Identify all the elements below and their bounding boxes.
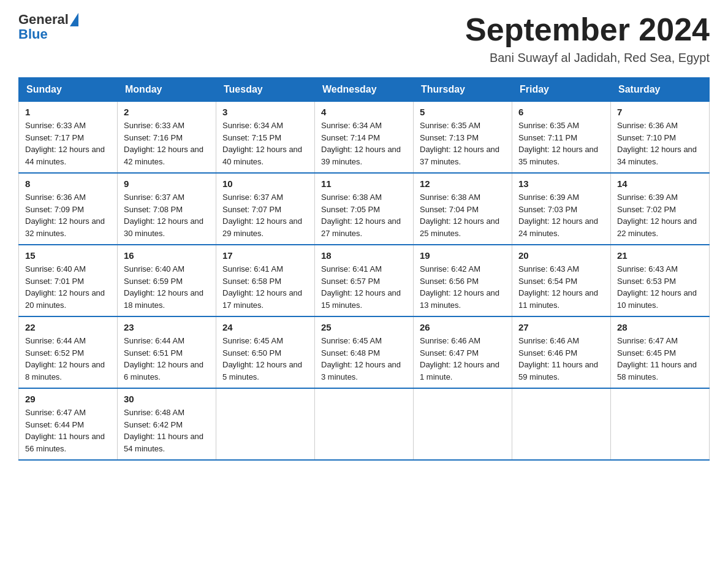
calendar-cell: 3 Sunrise: 6:34 AMSunset: 7:15 PMDayligh…: [216, 102, 315, 174]
calendar-cell: 24 Sunrise: 6:45 AMSunset: 6:50 PMDaylig…: [216, 316, 315, 388]
day-info: Sunrise: 6:35 AMSunset: 7:11 PMDaylight:…: [518, 120, 604, 167]
day-info: Sunrise: 6:47 AMSunset: 6:44 PMDaylight:…: [25, 407, 111, 454]
day-number: 29: [25, 394, 111, 404]
day-number: 18: [321, 250, 407, 261]
day-number: 10: [222, 178, 308, 189]
day-number: 9: [124, 178, 210, 189]
calendar-cell: 4 Sunrise: 6:34 AMSunset: 7:14 PMDayligh…: [315, 102, 414, 174]
calendar-cell: 15 Sunrise: 6:40 AMSunset: 7:01 PMDaylig…: [19, 245, 118, 316]
day-number: 23: [124, 322, 210, 332]
day-number: 13: [518, 178, 604, 189]
day-info: Sunrise: 6:40 AMSunset: 6:59 PMDaylight:…: [124, 263, 210, 311]
day-info: Sunrise: 6:44 AMSunset: 6:52 PMDaylight:…: [25, 335, 111, 383]
calendar-cell: 25 Sunrise: 6:45 AMSunset: 6:48 PMDaylig…: [315, 316, 414, 388]
calendar-cell: 27 Sunrise: 6:46 AMSunset: 6:46 PMDaylig…: [512, 316, 611, 388]
day-info: Sunrise: 6:38 AMSunset: 7:04 PMDaylight:…: [420, 191, 506, 239]
day-number: 15: [25, 250, 111, 261]
day-number: 24: [222, 322, 308, 332]
logo-text-blue: Blue: [18, 26, 48, 42]
day-number: 6: [518, 107, 604, 117]
day-number: 27: [518, 322, 604, 332]
day-info: Sunrise: 6:41 AMSunset: 6:57 PMDaylight:…: [321, 263, 407, 311]
day-info: Sunrise: 6:44 AMSunset: 6:51 PMDaylight:…: [124, 335, 210, 383]
calendar-cell: 19 Sunrise: 6:42 AMSunset: 6:56 PMDaylig…: [414, 245, 512, 316]
calendar-cell: 18 Sunrise: 6:41 AMSunset: 6:57 PMDaylig…: [315, 245, 414, 316]
header-saturday: Saturday: [611, 78, 710, 102]
day-number: 20: [518, 250, 604, 261]
logo-triangle-icon: [70, 13, 78, 26]
day-number: 2: [124, 107, 210, 117]
day-info: Sunrise: 6:39 AMSunset: 7:02 PMDaylight:…: [617, 191, 703, 239]
day-number: 1: [25, 107, 111, 117]
calendar-cell: 22 Sunrise: 6:44 AMSunset: 6:52 PMDaylig…: [19, 316, 118, 388]
header-thursday: Thursday: [414, 78, 512, 102]
day-info: Sunrise: 6:43 AMSunset: 6:54 PMDaylight:…: [518, 263, 604, 311]
day-info: Sunrise: 6:37 AMSunset: 7:07 PMDaylight:…: [222, 191, 308, 239]
week-row-1: 1 Sunrise: 6:33 AMSunset: 7:17 PMDayligh…: [19, 102, 710, 174]
day-number: 22: [25, 322, 111, 332]
day-info: Sunrise: 6:37 AMSunset: 7:08 PMDaylight:…: [124, 191, 210, 239]
header-monday: Monday: [118, 78, 216, 102]
calendar-cell: 26 Sunrise: 6:46 AMSunset: 6:47 PMDaylig…: [414, 316, 512, 388]
day-number: 11: [321, 178, 407, 189]
calendar-cell: 28 Sunrise: 6:47 AMSunset: 6:45 PMDaylig…: [611, 316, 710, 388]
day-info: Sunrise: 6:45 AMSunset: 6:48 PMDaylight:…: [321, 335, 407, 383]
header-wednesday: Wednesday: [315, 78, 414, 102]
day-info: Sunrise: 6:36 AMSunset: 7:10 PMDaylight:…: [617, 120, 703, 167]
day-number: 8: [25, 178, 111, 189]
week-row-2: 8 Sunrise: 6:36 AMSunset: 7:09 PMDayligh…: [19, 173, 710, 245]
day-number: 17: [222, 250, 308, 261]
day-info: Sunrise: 6:35 AMSunset: 7:13 PMDaylight:…: [420, 120, 506, 167]
page-header: General Blue September 2024 Bani Suwayf …: [18, 12, 710, 65]
day-number: 28: [617, 322, 703, 332]
calendar-cell: [414, 388, 512, 460]
day-info: Sunrise: 6:46 AMSunset: 6:47 PMDaylight:…: [420, 335, 506, 383]
calendar-cell: 21 Sunrise: 6:43 AMSunset: 6:53 PMDaylig…: [611, 245, 710, 316]
calendar-cell: 10 Sunrise: 6:37 AMSunset: 7:07 PMDaylig…: [216, 173, 315, 245]
day-info: Sunrise: 6:39 AMSunset: 7:03 PMDaylight:…: [518, 191, 604, 239]
logo: General Blue: [18, 12, 78, 42]
calendar-cell: 23 Sunrise: 6:44 AMSunset: 6:51 PMDaylig…: [118, 316, 216, 388]
day-info: Sunrise: 6:46 AMSunset: 6:46 PMDaylight:…: [518, 335, 604, 383]
calendar-cell: [315, 388, 414, 460]
calendar-cell: 13 Sunrise: 6:39 AMSunset: 7:03 PMDaylig…: [512, 173, 611, 245]
calendar-cell: 2 Sunrise: 6:33 AMSunset: 7:16 PMDayligh…: [118, 102, 216, 174]
week-row-3: 15 Sunrise: 6:40 AMSunset: 7:01 PMDaylig…: [19, 245, 710, 316]
day-info: Sunrise: 6:45 AMSunset: 6:50 PMDaylight:…: [222, 335, 308, 383]
day-number: 4: [321, 107, 407, 117]
calendar-cell: 6 Sunrise: 6:35 AMSunset: 7:11 PMDayligh…: [512, 102, 611, 174]
calendar-cell: 5 Sunrise: 6:35 AMSunset: 7:13 PMDayligh…: [414, 102, 512, 174]
header-friday: Friday: [512, 78, 611, 102]
day-info: Sunrise: 6:43 AMSunset: 6:53 PMDaylight:…: [617, 263, 703, 311]
day-info: Sunrise: 6:47 AMSunset: 6:45 PMDaylight:…: [617, 335, 703, 383]
day-number: 14: [617, 178, 703, 189]
calendar-title: September 2024: [465, 12, 710, 47]
calendar-cell: 11 Sunrise: 6:38 AMSunset: 7:05 PMDaylig…: [315, 173, 414, 245]
day-number: 21: [617, 250, 703, 261]
header-sunday: Sunday: [19, 78, 118, 102]
week-row-5: 29 Sunrise: 6:47 AMSunset: 6:44 PMDaylig…: [19, 388, 710, 460]
day-number: 12: [420, 178, 506, 189]
calendar-cell: 9 Sunrise: 6:37 AMSunset: 7:08 PMDayligh…: [118, 173, 216, 245]
day-number: 7: [617, 107, 703, 117]
day-number: 19: [420, 250, 506, 261]
day-number: 3: [222, 107, 308, 117]
calendar-cell: 30 Sunrise: 6:48 AMSunset: 6:42 PMDaylig…: [118, 388, 216, 460]
day-info: Sunrise: 6:33 AMSunset: 7:17 PMDaylight:…: [25, 120, 111, 167]
day-number: 26: [420, 322, 506, 332]
calendar-cell: 7 Sunrise: 6:36 AMSunset: 7:10 PMDayligh…: [611, 102, 710, 174]
calendar-cell: [512, 388, 611, 460]
day-number: 25: [321, 322, 407, 332]
calendar-cell: 12 Sunrise: 6:38 AMSunset: 7:04 PMDaylig…: [414, 173, 512, 245]
day-info: Sunrise: 6:34 AMSunset: 7:15 PMDaylight:…: [222, 120, 308, 167]
calendar-cell: 1 Sunrise: 6:33 AMSunset: 7:17 PMDayligh…: [19, 102, 118, 174]
week-row-4: 22 Sunrise: 6:44 AMSunset: 6:52 PMDaylig…: [19, 316, 710, 388]
day-number: 16: [124, 250, 210, 261]
day-number: 30: [124, 394, 210, 404]
calendar-cell: 17 Sunrise: 6:41 AMSunset: 6:58 PMDaylig…: [216, 245, 315, 316]
day-info: Sunrise: 6:38 AMSunset: 7:05 PMDaylight:…: [321, 191, 407, 239]
days-header-row: Sunday Monday Tuesday Wednesday Thursday…: [19, 78, 710, 102]
calendar-cell: [216, 388, 315, 460]
calendar-cell: 8 Sunrise: 6:36 AMSunset: 7:09 PMDayligh…: [19, 173, 118, 245]
calendar-cell: [611, 388, 710, 460]
